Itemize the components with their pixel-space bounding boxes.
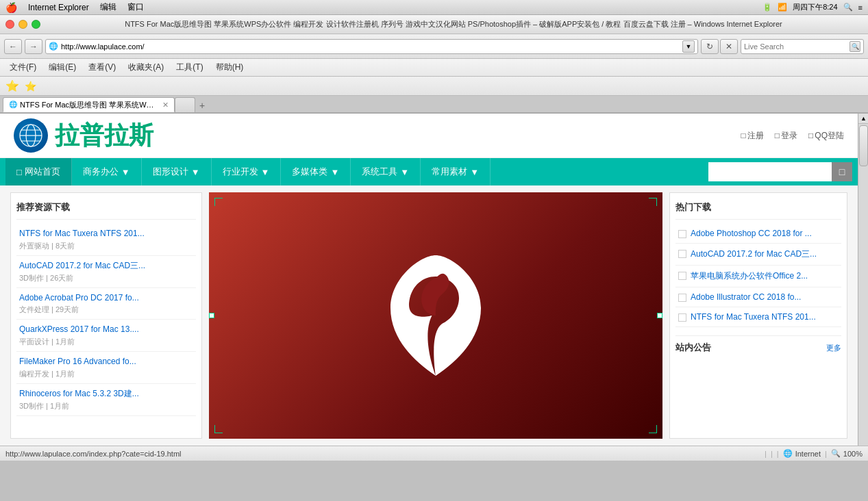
hot-item-2[interactable]: 苹果电脑系统办公软件Office 2... [675, 266, 841, 287]
site-main: 推荐资源下载 NTFS for Mac Tuxera NTFS 201... 外… [0, 185, 858, 446]
resource-item-5[interactable]: Rhinoceros for Mac 5.3.2 3D建... 3D制作 | 1… [16, 384, 196, 416]
nav-item-resources[interactable]: 常用素材 ▼ [421, 158, 491, 185]
help-menu[interactable]: 帮助(H) [210, 60, 249, 75]
address-dropdown[interactable]: ▼ [682, 40, 695, 53]
nav-tools-label: 系统工具 [362, 166, 397, 178]
corner-marker-tl [214, 198, 223, 206]
hot-text-2: 苹果电脑系统办公软件Office 2... [691, 270, 808, 282]
title-bar: NTFS For Mac版思维导图 苹果系统WPS办公软件 编程开发 设计软件注… [0, 15, 868, 34]
resource-title-3: QuarkXPress 2017 for Mac 13.... [19, 324, 193, 335]
new-tab-button[interactable]: + [195, 99, 209, 112]
hot-text-4: NTFS for Mac Tuxera NTFS 201... [691, 312, 816, 322]
resource-item-3[interactable]: QuarkXPress 2017 for Mac 13.... 平面设计 | 1… [16, 320, 196, 352]
nav-item-office[interactable]: 商务办公 ▼ [72, 158, 142, 185]
scroll-thumb[interactable] [859, 125, 868, 166]
register-label: 注册 [747, 130, 764, 142]
resource-item-1[interactable]: AutoCAD 2017.2 for Mac CAD三... 3D制作 | 26… [16, 256, 196, 288]
announce-more-link[interactable]: 更多 [826, 343, 841, 353]
nav-item-dev[interactable]: 行业开发 ▼ [212, 158, 282, 185]
resource-title-4: FileMaker Pro 16 Advanced fo... [19, 356, 193, 368]
minimize-button[interactable] [18, 20, 27, 29]
nav-item-design[interactable]: 图形设计 ▼ [142, 158, 212, 185]
login-label: 登录 [781, 130, 797, 142]
resource-title-5: Rhinoceros for Mac 5.3.2 3D建... [19, 388, 193, 400]
close-button[interactable] [5, 20, 14, 29]
hot-item-1[interactable]: AutoCAD 2017.2 for Mac CAD三... [675, 244, 841, 266]
tab-label-0: NTFS For Mac版思维导图 苹果系统WPS办公... [20, 100, 157, 110]
view-menu[interactable]: 查看(V) [83, 60, 121, 75]
hot-downloads-title: 热门下载 [675, 198, 841, 220]
address-input[interactable] [61, 42, 680, 51]
status-zone: 🌐 Internet [783, 449, 821, 458]
hot-item-4[interactable]: NTFS for Mac Tuxera NTFS 201... [675, 307, 841, 327]
status-separator-4: | [825, 450, 827, 458]
nav-design-arrow: ▼ [191, 167, 200, 177]
resource-item-2[interactable]: Adobe Acrobat Pro DC 2017 fo... 文件处理 | 2… [16, 288, 196, 320]
address-bar[interactable]: 🌐 ▼ [45, 39, 698, 54]
nav-design-label: 图形设计 [153, 166, 188, 178]
nav-media-label: 多媒体类 [292, 166, 327, 178]
content-wrapper: 拉普拉斯 □ 注册 □ 登录 □ QQ登陆 [0, 114, 868, 446]
scroll-up-button[interactable]: ▲ [858, 114, 868, 124]
nav-item-media[interactable]: 多媒体类 ▼ [281, 158, 351, 185]
zoom-icon: 🔍 [831, 449, 841, 458]
scrollbar-track[interactable]: ▲ [858, 114, 868, 446]
hot-item-3[interactable]: Adobe Illustrator CC 2018 fo... [675, 287, 841, 307]
favorites-menu[interactable]: 收藏夹(A) [123, 60, 169, 75]
search-icon[interactable]: 🔍 [843, 3, 853, 12]
nav-office-label: 商务办公 [83, 166, 119, 178]
site-header-right: □ 注册 □ 登录 □ QQ登陆 [741, 130, 844, 142]
site-header: 拉普拉斯 □ 注册 □ 登录 □ QQ登陆 [0, 114, 858, 158]
left-panel-title: 推荐资源下载 [16, 198, 196, 220]
site-logo-globe [14, 118, 48, 153]
status-zoom: 🔍 100% [831, 449, 863, 458]
resource-item-4[interactable]: FileMaker Pro 16 Advanced fo... 编程开发 | 1… [16, 352, 196, 384]
site-nav-search-button[interactable]: □ [832, 162, 852, 181]
search-bar[interactable]: 🔍 [741, 39, 864, 54]
status-separator-2: | [771, 450, 773, 458]
qq-login-link[interactable]: □ QQ登陆 [808, 130, 844, 142]
hot-checkbox-3 [678, 294, 686, 302]
apple-menu[interactable]: 🍎 [5, 2, 17, 13]
window-menu[interactable]: 窗口 [127, 1, 144, 13]
hot-checkbox-1 [678, 250, 686, 258]
login-link[interactable]: □ 登录 [775, 130, 797, 142]
register-link[interactable]: □ 注册 [741, 130, 764, 142]
resource-item-0[interactable]: NTFS for Mac Tuxera NTFS 201... 外置驱动 | 8… [16, 224, 196, 256]
announce-header: 站内公告 更多 [675, 342, 841, 354]
bookmark-star[interactable]: ⭐ [5, 79, 19, 92]
search-input[interactable] [744, 42, 847, 51]
app-name[interactable]: Internet Explorer [28, 3, 89, 12]
tab-favicon-0: 🌐 [9, 101, 17, 109]
clock: 周四下午8:24 [793, 2, 837, 12]
resource-meta-5: 3D制作 | 1月前 [19, 401, 193, 411]
resource-title-1: AutoCAD 2017.2 for Mac CAD三... [19, 260, 193, 272]
search-submit-button[interactable]: 🔍 [850, 41, 860, 52]
tab-close-0[interactable]: ✕ [162, 101, 169, 110]
browser-window: NTFS For Mac版思维导图 苹果系统WPS办公软件 编程开发 设计软件注… [0, 15, 868, 461]
hot-item-0[interactable]: Adobe Photoshop CC 2018 for ... [675, 224, 841, 244]
tools-menu[interactable]: 工具(T) [171, 60, 208, 75]
corner-marker-br [649, 425, 657, 433]
site-nav-search-input[interactable] [708, 162, 832, 181]
panel-center[interactable] [209, 192, 662, 439]
bookmark-icon2[interactable]: ⭐ [25, 81, 36, 92]
back-button[interactable]: ← [4, 39, 22, 54]
edit-menu[interactable]: 编辑 [100, 1, 116, 13]
list-icon[interactable]: ≡ [858, 3, 863, 12]
forward-button[interactable]: → [25, 39, 42, 54]
corner-marker-tr [649, 198, 657, 206]
tab-1[interactable] [175, 97, 195, 112]
file-menu[interactable]: 文件(F) [4, 60, 42, 75]
edit-menu-ie[interactable]: 编辑(E) [43, 60, 82, 75]
selection-handle-left [209, 313, 214, 318]
nav-item-home[interactable]: □ 网站首页 [5, 158, 72, 185]
stop-button[interactable]: ✕ [720, 39, 738, 54]
nav-item-tools[interactable]: 系统工具 ▼ [351, 158, 421, 185]
hot-text-0: Adobe Photoshop CC 2018 for ... [691, 229, 812, 238]
resource-meta-4: 编程开发 | 1月前 [19, 369, 193, 379]
tab-0[interactable]: 🌐 NTFS For Mac版思维导图 苹果系统WPS办公... ✕ [3, 97, 175, 112]
resource-title-0: NTFS for Mac Tuxera NTFS 201... [19, 228, 193, 240]
maximize-button[interactable] [32, 20, 40, 29]
reload-button[interactable]: ↻ [701, 39, 719, 54]
